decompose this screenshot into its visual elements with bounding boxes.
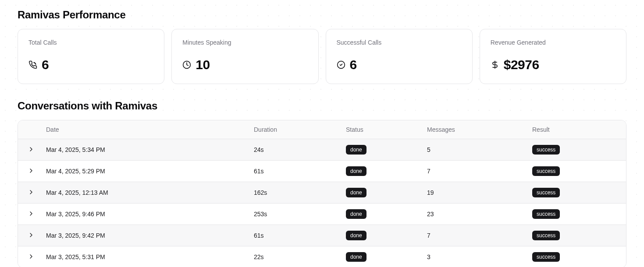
cell-status: done (339, 182, 420, 204)
chevron-right-icon[interactable] (28, 210, 35, 217)
cell-messages: 23 (420, 204, 525, 225)
card-value: 10 (196, 57, 210, 72)
result-badge: success (532, 231, 560, 240)
card-title: Minutes Speaking (182, 39, 307, 46)
cell-date: Mar 4, 2025, 5:34 PM (39, 139, 247, 161)
chevron-right-icon[interactable] (28, 232, 35, 239)
conversations-table: Date Duration Status Messages Result Mar… (18, 120, 626, 267)
cell-result: success (525, 225, 626, 246)
card-title: Revenue Generated (491, 39, 616, 46)
cell-status: done (339, 225, 420, 246)
card-value: $2976 (504, 57, 539, 72)
table-row[interactable]: Mar 3, 2025, 9:46 PM 253s done 23 succes… (18, 204, 626, 225)
result-badge: success (532, 252, 560, 262)
card-value: 6 (350, 57, 357, 72)
table-row[interactable]: Mar 3, 2025, 9:42 PM 61s done 7 success (18, 225, 626, 246)
cell-messages: 5 (420, 139, 525, 161)
card-total-calls: Total Calls 6 (18, 29, 164, 84)
cell-result: success (525, 161, 626, 182)
cell-date: Mar 3, 2025, 5:31 PM (39, 246, 247, 267)
cell-date: Mar 4, 2025, 5:29 PM (39, 161, 247, 182)
chevron-right-icon[interactable] (28, 146, 35, 153)
cell-date: Mar 3, 2025, 9:42 PM (39, 225, 247, 246)
check-circle-icon (337, 60, 345, 69)
card-successful-calls: Successful Calls 6 (326, 29, 473, 84)
card-title: Successful Calls (337, 39, 462, 46)
performance-cards: Total Calls 6 Minutes Speaking (18, 29, 626, 84)
col-expand (18, 120, 39, 139)
conversations-title: Conversations with Ramivas (18, 100, 626, 112)
phone-call-icon (28, 60, 37, 69)
col-status: Status (339, 120, 420, 139)
cell-duration: 61s (247, 225, 339, 246)
cell-date: Mar 3, 2025, 9:46 PM (39, 204, 247, 225)
status-badge: done (346, 209, 366, 219)
col-date: Date (39, 120, 247, 139)
cell-date: Mar 4, 2025, 12:13 AM (39, 182, 247, 204)
chevron-right-icon[interactable] (28, 189, 35, 196)
col-messages: Messages (420, 120, 525, 139)
cell-status: done (339, 246, 420, 267)
cell-duration: 61s (247, 161, 339, 182)
card-value: 6 (42, 57, 49, 72)
table-row[interactable]: Mar 4, 2025, 5:29 PM 61s done 7 success (18, 161, 626, 182)
cell-messages: 7 (420, 161, 525, 182)
cell-duration: 162s (247, 182, 339, 204)
performance-title: Ramivas Performance (18, 9, 626, 21)
status-badge: done (346, 252, 366, 262)
status-badge: done (346, 166, 366, 176)
status-badge: done (346, 188, 366, 197)
clock-icon (182, 60, 191, 69)
card-revenue-generated: Revenue Generated $2976 (480, 29, 626, 84)
status-badge: done (346, 231, 366, 240)
cell-result: success (525, 204, 626, 225)
cell-result: success (525, 246, 626, 267)
cell-messages: 19 (420, 182, 525, 204)
card-minutes-speaking: Minutes Speaking 10 (171, 29, 318, 84)
table-row[interactable]: Mar 4, 2025, 5:34 PM 24s done 5 success (18, 139, 626, 161)
table-header-row: Date Duration Status Messages Result (18, 120, 626, 139)
card-title: Total Calls (28, 39, 153, 46)
cell-duration: 253s (247, 204, 339, 225)
cell-result: success (525, 182, 626, 204)
result-badge: success (532, 145, 560, 155)
col-result: Result (525, 120, 626, 139)
col-duration: Duration (247, 120, 339, 139)
cell-duration: 22s (247, 246, 339, 267)
cell-messages: 7 (420, 225, 525, 246)
result-badge: success (532, 166, 560, 176)
cell-status: done (339, 161, 420, 182)
table-row[interactable]: Mar 4, 2025, 12:13 AM 162s done 19 succe… (18, 182, 626, 204)
cell-duration: 24s (247, 139, 339, 161)
result-badge: success (532, 209, 560, 219)
chevron-right-icon[interactable] (28, 167, 35, 174)
status-badge: done (346, 145, 366, 155)
cell-result: success (525, 139, 626, 161)
chevron-right-icon[interactable] (28, 253, 35, 260)
cell-status: done (339, 139, 420, 161)
result-badge: success (532, 188, 560, 197)
cell-messages: 3 (420, 246, 525, 267)
table-row[interactable]: Mar 3, 2025, 5:31 PM 22s done 3 success (18, 246, 626, 267)
cell-status: done (339, 204, 420, 225)
dollar-icon (491, 60, 499, 69)
